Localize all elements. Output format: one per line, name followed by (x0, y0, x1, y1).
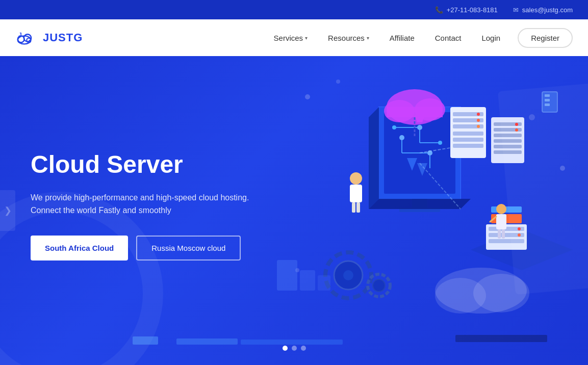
svg-rect-62 (491, 206, 522, 213)
slide-dot-1[interactable] (283, 346, 288, 351)
svg-rect-89 (318, 275, 330, 291)
register-button[interactable]: Register (518, 28, 573, 48)
svg-rect-85 (545, 99, 550, 101)
svg-rect-42 (453, 132, 483, 136)
svg-rect-44 (453, 144, 483, 148)
illustration-svg (277, 66, 573, 331)
svg-marker-29 (369, 107, 379, 209)
svg-point-59 (518, 227, 521, 230)
svg-rect-49 (494, 139, 522, 143)
svg-point-5 (305, 94, 310, 99)
svg-point-6 (336, 80, 340, 84)
email-icon: ✉ (513, 6, 519, 14)
resources-chevron-icon: ▾ (367, 35, 369, 41)
logo-text: JUSTG (43, 31, 83, 44)
nav-item-contact[interactable]: Contact (427, 30, 470, 46)
svg-rect-34 (356, 202, 360, 213)
svg-point-39 (477, 113, 480, 116)
svg-rect-46 (494, 122, 522, 126)
top-bar: 📞 +27-11-083-8181 ✉ sales@justg.com (0, 0, 588, 19)
svg-point-72 (373, 279, 385, 292)
nav-item-services[interactable]: Services ▾ (266, 30, 316, 46)
svg-point-7 (529, 114, 535, 120)
hero-title: Cloud Server (31, 150, 249, 178)
svg-point-19 (417, 125, 422, 130)
slide-dot-3[interactable] (301, 346, 306, 351)
svg-rect-84 (545, 94, 550, 97)
email-address: sales@justg.com (522, 6, 573, 14)
svg-rect-47 (494, 128, 522, 132)
svg-marker-30 (369, 199, 471, 209)
logo[interactable]: G J JUSTG (15, 29, 83, 47)
south-africa-cloud-button[interactable]: South Africa Cloud (31, 236, 128, 260)
bar-deco-right (455, 335, 547, 342)
phone-number: +27-11-083-8181 (447, 6, 498, 14)
svg-point-22 (392, 125, 396, 129)
svg-rect-32 (350, 185, 362, 202)
svg-rect-33 (352, 202, 355, 213)
svg-point-53 (515, 128, 518, 132)
svg-point-60 (518, 233, 521, 237)
svg-rect-86 (545, 103, 550, 106)
services-chevron-icon: ▾ (305, 35, 308, 41)
phone-icon: 📞 (435, 6, 443, 14)
hero-buttons: South Africa Cloud Russia Moscow cloud (31, 236, 249, 260)
svg-rect-88 (300, 270, 315, 291)
svg-point-41 (477, 125, 480, 128)
hero-content: Cloud Server We provide high-performance… (31, 150, 249, 260)
svg-rect-43 (453, 138, 483, 142)
logo-svg: G J (15, 29, 40, 47)
svg-point-23 (438, 141, 442, 145)
svg-point-31 (350, 172, 362, 185)
slide-dot-2[interactable] (292, 346, 297, 351)
svg-point-20 (399, 135, 404, 140)
email-contact: ✉ sales@justg.com (513, 6, 573, 14)
svg-point-52 (515, 123, 518, 126)
svg-point-75 (473, 274, 529, 312)
bar-deco-3 (241, 340, 343, 345)
svg-rect-77 (496, 214, 506, 229)
svg-text:G: G (26, 36, 32, 44)
hero-section: ❯ Cloud Server We provide high-performan… (0, 56, 588, 365)
svg-point-76 (496, 204, 506, 214)
slide-indicators (283, 346, 306, 351)
svg-point-40 (477, 119, 480, 122)
russia-moscow-cloud-button[interactable]: Russia Moscow cloud (136, 236, 241, 260)
svg-point-70 (343, 270, 353, 280)
hero-description: We provide high-performance and high-spe… (31, 191, 249, 217)
svg-rect-58 (489, 239, 524, 243)
nav-item-login[interactable]: Login (473, 30, 508, 46)
svg-text:J: J (18, 32, 21, 38)
svg-rect-48 (494, 134, 522, 137)
svg-rect-79 (498, 229, 501, 239)
svg-rect-57 (489, 233, 524, 237)
navbar: G J JUSTG Services ▾ Resources ▾ Affilia… (0, 19, 588, 56)
bar-deco-1 (133, 336, 158, 345)
bar-deco-2 (176, 338, 238, 345)
svg-rect-51 (494, 150, 522, 154)
svg-rect-83 (542, 92, 557, 112)
left-decorative-arrow: ❯ (0, 190, 15, 231)
nav-links: Services ▾ Resources ▾ Affiliate Contact… (266, 28, 573, 48)
nav-item-resources[interactable]: Resources ▾ (320, 30, 377, 46)
hero-illustration (277, 66, 573, 347)
svg-point-8 (560, 166, 565, 171)
svg-rect-50 (494, 145, 522, 148)
svg-rect-66 (387, 107, 443, 117)
svg-rect-87 (277, 260, 297, 291)
nav-item-affiliate[interactable]: Affiliate (381, 30, 423, 46)
svg-rect-80 (502, 229, 505, 239)
phone-contact: 📞 +27-11-083-8181 (435, 6, 498, 14)
